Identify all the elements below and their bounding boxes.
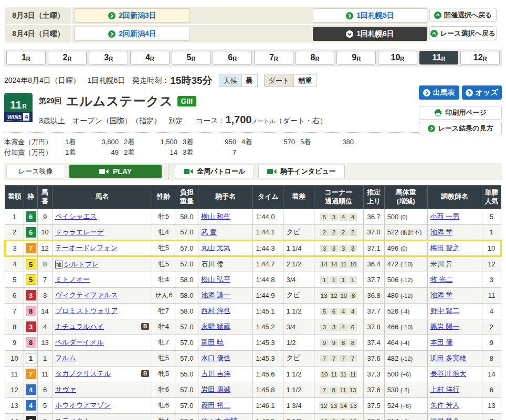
corner-position: 4 bbox=[339, 308, 347, 315]
horse-name-link[interactable]: ユティタム bbox=[55, 417, 90, 420]
horse-name-link[interactable]: プロミストウォリア bbox=[55, 307, 118, 315]
jockey-link[interactable]: 永野 猛蔵 bbox=[201, 322, 230, 330]
jockey-link[interactable]: 水口 優也 bbox=[201, 354, 230, 362]
trainer-link[interactable]: 黒岩 陽一 bbox=[430, 322, 460, 330]
jockey-link[interactable]: 富田 暁 bbox=[201, 338, 224, 346]
jockey-link[interactable]: 菱田 裕二 bbox=[201, 401, 230, 409]
trainer-link[interactable]: 須貝 尚介 bbox=[430, 417, 460, 420]
race-tab-2R[interactable]: 2R bbox=[48, 51, 87, 64]
trainer-link[interactable]: 池添 学 bbox=[430, 228, 453, 236]
result-row: 1345ホウオウアマゾン牡657.0菱田 裕二1:46.11 3/4121314… bbox=[5, 397, 501, 413]
race-tab-10R[interactable]: 10R bbox=[378, 51, 417, 64]
jockey-link[interactable]: 古川 吉洋 bbox=[201, 370, 230, 378]
trainer-link[interactable]: 牧 光二 bbox=[430, 275, 453, 283]
jockey-link[interactable]: 池添 謙一 bbox=[201, 291, 230, 299]
race-tab-1R[interactable]: 1R bbox=[6, 51, 46, 64]
trainer-link[interactable]: 本田 優 bbox=[430, 338, 453, 346]
horse-name-link[interactable]: フルム bbox=[55, 354, 76, 362]
horse-name-link[interactable]: ミトノオー bbox=[55, 275, 90, 283]
jockey-link[interactable]: 佐々木 大輔 bbox=[201, 417, 237, 420]
corner-position: 4 bbox=[339, 213, 347, 221]
results-column-header: 性齢 bbox=[152, 186, 175, 209]
horse-name-link[interactable]: ホウオウアマゾン bbox=[55, 401, 111, 409]
horse-name-link[interactable]: ベルダーイメル bbox=[55, 338, 104, 346]
chevron-right-circle-icon bbox=[423, 89, 430, 96]
race-tab-6R[interactable]: 6R bbox=[213, 51, 252, 64]
patrol-video-button[interactable]: 全周パトロール bbox=[175, 165, 254, 178]
corners-cell: 5644 bbox=[314, 303, 363, 319]
back-to-meeting-select-button[interactable]: 開催選択へ戻る bbox=[429, 8, 497, 22]
body-weight: 500 bbox=[387, 213, 400, 221]
race-tab-3R[interactable]: 3R bbox=[89, 51, 128, 64]
print-page-button[interactable]: 印刷用ページ bbox=[419, 106, 502, 120]
race-tab-4R[interactable]: 4R bbox=[130, 51, 170, 64]
horse-name-link[interactable]: シルトプレ bbox=[64, 260, 99, 268]
jockey-link[interactable]: 松山 弘平 bbox=[201, 275, 230, 283]
nav-button-sapporo-day6-selected[interactable]: 1回札幌6日 bbox=[313, 27, 427, 41]
chevron-up-circle-icon bbox=[434, 12, 441, 19]
horse-number-cell: 11 bbox=[38, 366, 52, 382]
trainer-link[interactable]: 浜田 多実雄 bbox=[430, 354, 467, 362]
nav-button-niigata-day4[interactable]: 2回新潟4日 bbox=[75, 27, 190, 41]
horse-name-link[interactable]: テーオードレフォン bbox=[55, 244, 118, 252]
corners-cell: 2222 bbox=[314, 224, 363, 240]
play-button[interactable]: PLAY bbox=[69, 165, 162, 178]
corners-cell: 12131413 bbox=[314, 397, 363, 413]
video-strip: レース映像 PLAY 全周パトロール 騎手インタビュー bbox=[4, 163, 502, 180]
jockey-interview-button[interactable]: 騎手インタビュー bbox=[258, 165, 345, 178]
horse-name-link[interactable]: サヴァ bbox=[55, 385, 76, 393]
date-label-saturday: 8月3日（土曜） bbox=[5, 7, 72, 24]
jockey-link: 石川 倭 bbox=[201, 260, 224, 268]
horse-name-link[interactable]: ナチュラルハイ bbox=[55, 322, 104, 330]
weight-cell: 530 (-2) bbox=[384, 382, 427, 397]
jockey-link[interactable]: 岩田 康誠 bbox=[201, 385, 230, 393]
nav-button-sapporo-day5[interactable]: 1回札幌5日 bbox=[313, 8, 427, 23]
jockey-link[interactable]: 西村 淳也 bbox=[201, 307, 230, 315]
odds-button[interactable]: オッズ bbox=[462, 85, 502, 100]
nav-button-niigata-day3[interactable]: 2回新潟3日 bbox=[75, 8, 190, 23]
horse-name-link[interactable]: タガノクリステル bbox=[55, 370, 111, 378]
race-tab-9R[interactable]: 9R bbox=[336, 51, 376, 64]
jockey-link[interactable]: 横山 和生 bbox=[201, 212, 230, 220]
frame-badge: 1 bbox=[26, 353, 36, 363]
video-camera-icon bbox=[267, 168, 277, 175]
race-tab-11R[interactable]: 11R bbox=[419, 51, 459, 64]
play-label: PLAY bbox=[113, 167, 132, 176]
trainer-link[interactable]: 梅田 智之 bbox=[430, 244, 460, 252]
trainer-link[interactable]: 長谷川 浩大 bbox=[430, 370, 467, 378]
jockey-link[interactable]: 武 豊 bbox=[201, 228, 217, 236]
body-weight-diff: (-12) bbox=[400, 277, 413, 283]
trainer-link[interactable]: 野中 賢二 bbox=[430, 307, 460, 315]
frame-badge: 7 bbox=[26, 369, 36, 379]
corner-position: 13 bbox=[349, 386, 357, 394]
race-tab-12R[interactable]: 12R bbox=[460, 51, 500, 64]
frame-badge: 6 bbox=[26, 211, 36, 222]
last3f-cell: 37.5 bbox=[363, 397, 384, 413]
horse-number-cell: 7 bbox=[38, 272, 52, 287]
result-guide-button[interactable]: レース結果の見方 bbox=[419, 122, 502, 135]
trainer-link[interactable]: 上村 洋行 bbox=[430, 385, 460, 393]
race-tab-8R[interactable]: 8R bbox=[296, 51, 335, 64]
corner-position: 2 bbox=[330, 229, 338, 236]
race-tab-7R[interactable]: 7R bbox=[254, 51, 293, 64]
race-tab-5R[interactable]: 5R bbox=[172, 51, 211, 64]
back-to-race-select-button[interactable]: レース選択へ戻る bbox=[429, 26, 497, 40]
video-camera-icon bbox=[184, 168, 193, 175]
trainer-link[interactable]: 池添 学 bbox=[430, 291, 453, 299]
last3f-cell: 37.6 bbox=[363, 350, 384, 366]
time-cell: 1:45.1 bbox=[253, 303, 283, 319]
trainer-cell: 上村 洋行 bbox=[427, 382, 482, 397]
popularity-cell: 6 bbox=[482, 382, 501, 397]
prize-place-label: 4着 bbox=[241, 137, 262, 147]
trainer-link[interactable]: 矢作 芳人 bbox=[430, 401, 460, 409]
trainer-link[interactable]: 小西 一男 bbox=[430, 212, 460, 220]
entry-table-button[interactable]: 出馬表 bbox=[419, 85, 459, 100]
trainer-cell: 米川 昇 bbox=[427, 256, 482, 272]
horse-name-link[interactable]: ドゥラエレーデ bbox=[55, 228, 104, 236]
horse-name-link[interactable]: ヴィクティファルス bbox=[55, 291, 118, 299]
horse-name-cell: ユティタム bbox=[52, 413, 152, 420]
horse-number-cell: 5 bbox=[38, 397, 52, 413]
frame-cell: 4 bbox=[24, 382, 38, 397]
horse-name-link[interactable]: ペイシャエス bbox=[55, 212, 97, 220]
jockey-link[interactable]: 丸山 元気 bbox=[201, 244, 230, 252]
